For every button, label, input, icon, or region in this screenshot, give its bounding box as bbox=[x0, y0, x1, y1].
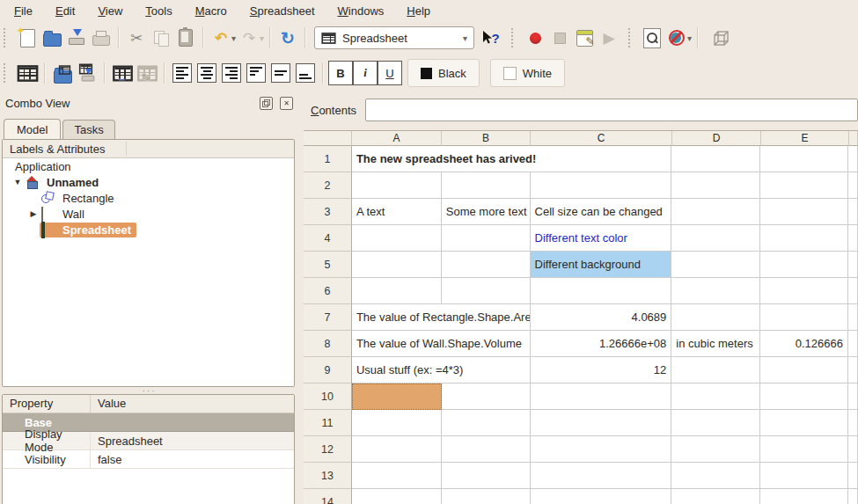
column-header-E[interactable]: E bbox=[761, 131, 849, 146]
cell-F9[interactable] bbox=[848, 357, 858, 383]
row-header-9[interactable]: 9 bbox=[304, 357, 352, 383]
tree-item-unnamed[interactable]: ▼Unnamed bbox=[3, 174, 294, 190]
cell-B2[interactable] bbox=[442, 172, 531, 199]
workbench-selector[interactable]: Spreadsheet ▾ bbox=[314, 26, 474, 49]
column-header-D[interactable]: D bbox=[672, 131, 761, 146]
open-document-button[interactable] bbox=[40, 26, 64, 50]
align-center-button[interactable] bbox=[194, 61, 219, 85]
cell-F13[interactable] bbox=[848, 463, 858, 489]
macro-stop-button[interactable] bbox=[547, 26, 572, 50]
menu-help[interactable]: Help bbox=[396, 2, 441, 20]
cell-D7[interactable] bbox=[671, 304, 760, 331]
align-top-button[interactable] bbox=[244, 61, 268, 85]
menu-file[interactable]: File bbox=[4, 2, 43, 20]
property-row-visibility[interactable]: Visibilityfalse bbox=[3, 450, 294, 469]
cell-A7[interactable]: The value of Rectangle.Shape.Area bbox=[352, 304, 531, 331]
save-document-button[interactable] bbox=[64, 26, 89, 50]
cell-C6[interactable] bbox=[531, 278, 672, 304]
tree-item-application[interactable]: Application bbox=[3, 158, 294, 174]
contents-input[interactable] bbox=[365, 99, 858, 121]
cell-D6[interactable] bbox=[671, 278, 760, 304]
merge-cells-button[interactable]: ↔ bbox=[110, 61, 135, 85]
align-left-button[interactable] bbox=[170, 61, 194, 85]
cell-D1[interactable] bbox=[671, 146, 760, 172]
row-header-11[interactable]: 11 bbox=[304, 410, 352, 436]
cell-E2[interactable] bbox=[760, 172, 848, 199]
cell-A4[interactable] bbox=[352, 225, 442, 252]
cell-A3[interactable]: A text bbox=[352, 199, 442, 225]
copy-button[interactable] bbox=[149, 26, 173, 50]
tree-item-spreadsheet[interactable]: Spreadsheet bbox=[3, 222, 294, 237]
property-value[interactable]: false bbox=[91, 453, 294, 466]
panel-splitter[interactable]: ··· bbox=[0, 387, 298, 394]
menu-spreadsheet[interactable]: Spreadsheet bbox=[239, 2, 326, 20]
cell-D13[interactable] bbox=[671, 463, 760, 489]
undo-button[interactable]: ↶ bbox=[209, 26, 233, 50]
grid-corner[interactable] bbox=[304, 131, 352, 146]
cell-F2[interactable] bbox=[848, 172, 858, 199]
macro-execute-button[interactable]: ▶ bbox=[597, 26, 621, 50]
cut-button[interactable]: ✂ bbox=[124, 26, 149, 50]
row-header-2[interactable]: 2 bbox=[304, 172, 352, 199]
cell-B11[interactable] bbox=[442, 410, 531, 436]
cell-D12[interactable] bbox=[671, 436, 760, 463]
new-document-button[interactable]: ✦ bbox=[15, 26, 40, 50]
cell-C2[interactable] bbox=[531, 172, 672, 199]
cell-F1[interactable] bbox=[848, 146, 858, 172]
row-header-14[interactable]: 14 bbox=[304, 489, 352, 504]
cell-F12[interactable] bbox=[848, 436, 858, 463]
menu-windows[interactable]: Windows bbox=[327, 2, 395, 20]
toolbar-drag-handle[interactable] bbox=[4, 28, 11, 47]
cell-B5[interactable] bbox=[442, 252, 531, 278]
cell-A9[interactable]: Usual stuff (ex: =4*3) bbox=[352, 357, 531, 383]
row-header-7[interactable]: 7 bbox=[304, 304, 352, 331]
macro-record-button[interactable] bbox=[523, 26, 547, 50]
column-header-f[interactable] bbox=[849, 131, 858, 146]
toolbar-drag-handle[interactable] bbox=[511, 28, 519, 47]
split-cell-button[interactable]: ↹ bbox=[135, 61, 159, 85]
cell-F14[interactable] bbox=[848, 489, 858, 504]
cell-C12[interactable] bbox=[531, 436, 672, 463]
italic-button[interactable]: i bbox=[353, 61, 378, 85]
cell-B12[interactable] bbox=[442, 436, 531, 463]
row-header-4[interactable]: 4 bbox=[304, 225, 352, 252]
cell-C7[interactable]: 4.0689 bbox=[531, 304, 672, 331]
cell-E3[interactable] bbox=[760, 199, 848, 225]
cell-A12[interactable] bbox=[352, 436, 442, 463]
cell-A10[interactable] bbox=[352, 383, 442, 410]
cell-B4[interactable] bbox=[442, 225, 531, 252]
cell-E5[interactable] bbox=[760, 252, 848, 278]
expander-open-icon[interactable]: ▼ bbox=[11, 178, 24, 186]
tree-item-wall[interactable]: ▶Wall bbox=[3, 206, 294, 222]
underline-button[interactable]: U bbox=[378, 61, 402, 85]
row-header-8[interactable]: 8 bbox=[304, 331, 352, 357]
cell-E9[interactable] bbox=[760, 357, 848, 383]
cell-E7[interactable] bbox=[760, 304, 848, 331]
cell-D11[interactable] bbox=[671, 410, 760, 436]
expander-closed-icon[interactable]: ▶ bbox=[27, 209, 40, 218]
cell-B6[interactable] bbox=[442, 278, 531, 304]
cell-F3[interactable] bbox=[848, 199, 858, 225]
foreground-color-button[interactable]: Black bbox=[407, 59, 480, 87]
cell-C3[interactable]: Cell size can be changed bbox=[531, 199, 672, 225]
cell-E11[interactable] bbox=[760, 410, 848, 436]
row-header-5[interactable]: 5 bbox=[304, 252, 352, 278]
menu-tools[interactable]: Tools bbox=[135, 2, 182, 20]
column-header-B[interactable]: B bbox=[442, 131, 531, 146]
cell-D9[interactable] bbox=[671, 357, 760, 383]
tree-item-rectangle[interactable]: Rectangle bbox=[3, 190, 294, 206]
import-spreadsheet-button[interactable] bbox=[50, 61, 75, 85]
cell-E4[interactable] bbox=[760, 225, 848, 252]
cell-C13[interactable] bbox=[531, 463, 672, 489]
row-header-10[interactable]: 10 bbox=[304, 383, 352, 410]
cell-B14[interactable] bbox=[442, 489, 531, 504]
cell-D14[interactable] bbox=[671, 489, 760, 504]
export-spreadsheet-button[interactable] bbox=[75, 61, 99, 85]
cell-E14[interactable] bbox=[760, 489, 848, 504]
tab-model[interactable]: Model bbox=[4, 119, 61, 140]
cell-D8[interactable]: in cubic meters bbox=[671, 331, 760, 357]
column-header-C[interactable]: C bbox=[531, 131, 672, 146]
cell-E1[interactable] bbox=[760, 146, 848, 172]
cell-A13[interactable] bbox=[352, 463, 442, 489]
create-spreadsheet-button[interactable] bbox=[15, 61, 40, 85]
